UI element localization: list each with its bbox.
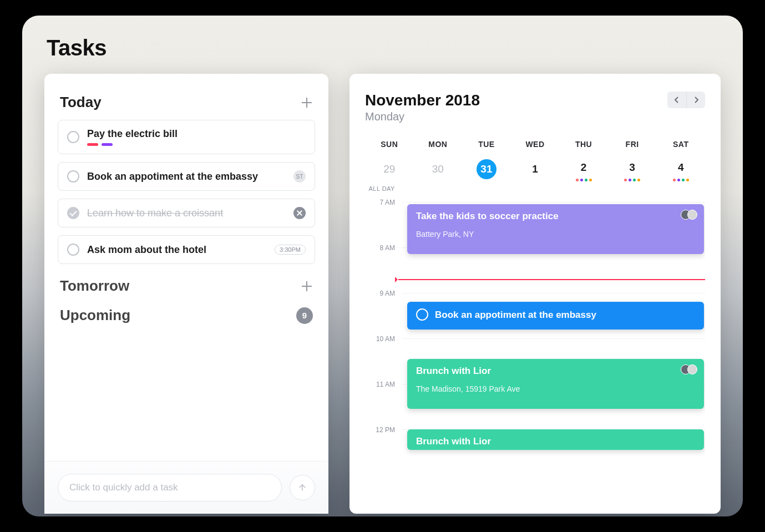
calendar-event[interactable]: Take the kids to soccer practiceBattery … bbox=[407, 204, 704, 254]
task-title: Learn how to make a croissant bbox=[87, 207, 286, 219]
task-tag bbox=[102, 143, 113, 146]
section-tomorrow-title: Tomorrow bbox=[60, 277, 129, 295]
all-day-label: ALL DAY bbox=[365, 185, 402, 192]
tasks-panel: Today Pay the electric billBook an appot… bbox=[44, 74, 328, 514]
calendar-hour-label: 8 AM bbox=[365, 244, 402, 252]
task-tag bbox=[87, 143, 98, 146]
calendar-date-number: 4 bbox=[671, 158, 691, 178]
calendar-month-title: November 2018 bbox=[365, 92, 480, 109]
calendar-hour-label: 12 PM bbox=[365, 426, 402, 434]
calendar-date-dot bbox=[682, 179, 685, 181]
calendar-hour-line bbox=[402, 293, 705, 293]
calendar-hour-label: 10 AM bbox=[365, 335, 402, 343]
calendar-prev-button[interactable] bbox=[667, 92, 686, 108]
calendar-date-cell[interactable]: 2 bbox=[559, 155, 608, 183]
upcoming-count-badge: 9 bbox=[296, 307, 313, 324]
task-item[interactable]: Ask mom about the hotel3:30PM bbox=[58, 235, 315, 264]
calendar-date-cell[interactable]: 4 bbox=[656, 155, 705, 183]
calendar-day-name: Monday bbox=[365, 110, 480, 123]
calendar-date-cell[interactable]: 3 bbox=[608, 155, 657, 183]
calendar-nav bbox=[667, 92, 705, 108]
chevron-right-icon bbox=[693, 97, 699, 103]
calendar-dow: WED bbox=[511, 140, 560, 149]
calendar-event[interactable]: Book an appotiment at the embassy bbox=[407, 302, 704, 329]
task-checkbox[interactable] bbox=[67, 207, 79, 219]
task-item[interactable]: Pay the electric bill bbox=[58, 120, 315, 154]
calendar-date-cell[interactable]: 30 bbox=[414, 155, 463, 183]
calendar-dow: FRI bbox=[608, 140, 657, 149]
task-item[interactable]: Book an appotiment at the embassyST bbox=[58, 162, 315, 191]
calendar-event[interactable]: Brunch with LiorThe Madison, 15919 Park … bbox=[407, 359, 704, 409]
calendar-hour-label: 7 AM bbox=[365, 199, 402, 206]
calendar-date-dot bbox=[673, 179, 676, 181]
calendar-now-indicator bbox=[398, 279, 705, 280]
calendar-hour-label: 9 AM bbox=[365, 290, 402, 297]
add-task-tomorrow-button[interactable] bbox=[301, 280, 313, 292]
calendar-date-dot bbox=[624, 179, 627, 181]
calendar-event-title: Book an appotiment at the embassy bbox=[416, 308, 695, 321]
calendar-panel: November 2018 Monday SUNMONTUEWEDTHUFRIS… bbox=[349, 74, 721, 514]
quick-add-input[interactable] bbox=[58, 474, 282, 501]
avatar bbox=[687, 210, 697, 220]
task-checkbox[interactable] bbox=[67, 170, 79, 183]
task-checkbox[interactable] bbox=[67, 244, 79, 256]
task-title: Ask mom about the hotel bbox=[87, 244, 267, 256]
calendar-date-dot bbox=[589, 179, 592, 181]
calendar-dow: SAT bbox=[656, 140, 705, 149]
calendar-date-number: 3 bbox=[622, 158, 642, 178]
calendar-next-button[interactable] bbox=[686, 92, 705, 108]
calendar-dow: MON bbox=[414, 140, 463, 149]
calendar-hour-line bbox=[402, 202, 705, 202]
calendar-hour-label: 11 AM bbox=[365, 381, 402, 388]
avatar bbox=[687, 364, 697, 374]
task-badge: ST bbox=[293, 170, 306, 183]
calendar-date-number: 31 bbox=[477, 159, 497, 179]
calendar-date-dot bbox=[633, 179, 636, 181]
app-window: Tasks Today Pay the electric billBook an… bbox=[22, 16, 743, 516]
calendar-date-dot bbox=[629, 179, 631, 181]
calendar-dow: TUE bbox=[462, 140, 511, 149]
calendar-date-number: 30 bbox=[428, 159, 448, 179]
calendar-date-cell[interactable]: 1 bbox=[511, 155, 560, 183]
add-task-today-button[interactable] bbox=[301, 97, 313, 109]
calendar-date-dot bbox=[686, 179, 689, 181]
calendar-date-dot bbox=[580, 179, 583, 181]
calendar-event-location: Battery Park, NY bbox=[416, 230, 695, 239]
calendar-date-cell[interactable]: 31 bbox=[462, 155, 511, 183]
calendar-event-title: Take the kids to soccer practice bbox=[416, 211, 695, 222]
calendar-event-title: Brunch with Lior bbox=[416, 366, 695, 377]
section-today-title: Today bbox=[60, 94, 102, 111]
task-item[interactable]: Learn how to make a croissant bbox=[58, 199, 315, 227]
task-checkbox[interactable] bbox=[67, 131, 79, 143]
calendar-date-dot bbox=[637, 179, 640, 181]
chevron-left-icon bbox=[674, 97, 680, 103]
task-title: Pay the electric bill bbox=[87, 128, 306, 140]
section-upcoming-title: Upcoming bbox=[60, 307, 130, 324]
task-time-pill: 3:30PM bbox=[275, 245, 306, 255]
calendar-event-avatars bbox=[684, 364, 697, 374]
calendar-event-title: Brunch with Lior bbox=[416, 436, 695, 447]
calendar-date-number: 2 bbox=[574, 158, 594, 178]
calendar-date-dot bbox=[677, 179, 680, 181]
calendar-event-avatars bbox=[684, 210, 697, 220]
calendar-date-number: 29 bbox=[379, 159, 399, 179]
calendar-event[interactable]: Brunch with Lior bbox=[407, 429, 704, 450]
calendar-hour-line bbox=[402, 338, 705, 339]
calendar-date-number: 1 bbox=[525, 159, 545, 179]
calendar-date-cell[interactable]: 29 bbox=[365, 155, 414, 183]
calendar-date-dot bbox=[585, 179, 587, 181]
calendar-dow: SUN bbox=[365, 140, 414, 149]
task-delete-button[interactable] bbox=[293, 207, 306, 219]
task-title: Book an appotiment at the embassy bbox=[87, 171, 286, 183]
calendar-event-checkbox[interactable] bbox=[416, 308, 428, 321]
page-title: Tasks bbox=[47, 36, 721, 60]
calendar-event-location: The Madison, 15919 Park Ave bbox=[416, 384, 695, 393]
calendar-date-dot bbox=[576, 179, 579, 181]
quick-add-submit-button[interactable] bbox=[290, 475, 315, 500]
calendar-dow: THU bbox=[559, 140, 608, 149]
